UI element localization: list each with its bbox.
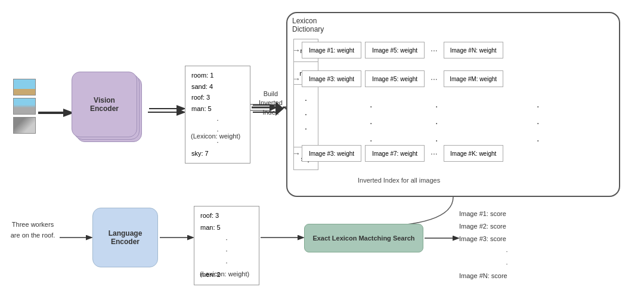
lexicon-entry-1: room: 1	[191, 70, 244, 81]
lex-row-sky-arrow: →	[292, 149, 298, 158]
lex-row-man-arrow: →	[292, 74, 298, 84]
lex-cell-sky-1: Image #3: weight	[302, 145, 361, 162]
lexicon-label-bottom: (Lexicon: weight)	[200, 270, 249, 278]
language-encoder-box: Language Encoder	[92, 208, 158, 267]
lex-cell-man-m: Image #M: weight	[444, 70, 503, 87]
lexicon-dict-title: LexiconDictionary	[292, 17, 324, 33]
lex-row-sky-dots: ···	[428, 149, 440, 158]
results-list: Image #1: score Image #2: score Image #3…	[459, 208, 543, 282]
result-3: Image #3: score	[459, 233, 543, 245]
lex-cell-roof-2: Image #5: weight	[365, 42, 425, 58]
result-dot1: ·	[459, 245, 543, 258]
query-text: Three workersare on the roof.	[6, 220, 60, 241]
lexicon-list-top: room: 1 sand: 4 roof: 3 man: 5 · · · sky…	[185, 66, 250, 164]
lexicon-dictionary-box	[286, 12, 620, 197]
lex-bottom-2: man: 5	[200, 222, 253, 234]
lex-dict-vert-dots: ···	[370, 100, 372, 147]
lex-row-roof: → Image #1: weight Image #5: weight ··· …	[292, 42, 503, 58]
result-1: Image #1: score	[459, 208, 543, 220]
lex-bottom-dot2: ·	[200, 245, 253, 257]
lex-cell-sky-k: Image #K: weight	[444, 145, 503, 162]
lex-row-roof-dots: ···	[428, 45, 440, 55]
lexicon-entry-2: sand: 4	[191, 81, 244, 93]
lex-dict-vert-dots2: ···	[435, 100, 438, 147]
thumb-building	[13, 98, 36, 115]
thumb-sky	[13, 79, 36, 95]
result-dot2: ·	[459, 258, 543, 270]
lex-row-man: → Image #3: weight Image #5: weight ··· …	[292, 70, 503, 87]
thumb-solar	[13, 117, 36, 134]
lex-cell-sky-2: Image #7: weight	[365, 145, 425, 162]
lex-bottom-1: roof: 3	[200, 210, 253, 222]
build-inverted-index-label: BuildInvertedIndex	[259, 90, 283, 117]
image-thumbnails	[13, 79, 36, 134]
lex-row-roof-arrow: →	[292, 45, 298, 55]
lex-cell-roof-1: Image #1: weight	[302, 42, 361, 58]
lexicon-entry-3: roof: 3	[191, 92, 244, 103]
result-2: Image #2: score	[459, 220, 543, 233]
lex-bottom-dot3: ·	[200, 257, 253, 269]
lex-bottom-dot1: ·	[200, 234, 253, 246]
lexicon-label-top: (Lexicon: weight)	[191, 132, 240, 140]
lex-cell-man-2: Image #5: weight	[365, 70, 425, 87]
vision-encoder-label: Vision Encoder	[90, 96, 119, 113]
search-box: Exact Lexicon Mactching Search	[304, 224, 423, 252]
lex-cell-roof-n: Image #N: weight	[444, 42, 503, 58]
language-encoder-label: Language Encoder	[109, 229, 143, 246]
inv-index-label: Inverted Index for all images	[358, 177, 440, 184]
lex-row-sky: → Image #3: weight Image #7: weight ··· …	[292, 145, 503, 162]
lexicon-entry-5: sky: 7	[191, 148, 244, 159]
lex-key-dots: ···	[294, 87, 318, 141]
lexicon-entry-4: man: 5	[191, 103, 244, 115]
lex-dict-vert-dots3: ···	[537, 100, 539, 147]
lex-cell-man-1: Image #3: weight	[302, 70, 361, 87]
lex-row-man-dots: ···	[428, 74, 440, 84]
vision-encoder-stack: Vision Encoder	[72, 72, 143, 143]
search-box-label: Exact Lexicon Mactching Search	[312, 235, 414, 242]
vision-card-front: Vision Encoder	[72, 72, 137, 137]
lexicon-dots-top: ·	[191, 115, 244, 126]
result-n: Image #N: score	[459, 270, 543, 282]
